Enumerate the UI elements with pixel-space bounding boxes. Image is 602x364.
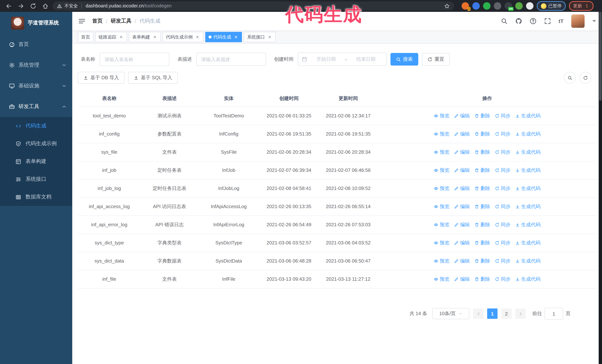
font-size-icon[interactable]: tT [559, 18, 563, 24]
action-生成代码[interactable]: 生成代码 [515, 275, 540, 283]
table-desc-input[interactable] [196, 52, 266, 66]
action-编辑[interactable]: 编辑 [454, 112, 470, 120]
app-logo[interactable]: 芋道管理系统 [0, 12, 72, 34]
action-删除[interactable]: 删除 [474, 167, 490, 174]
refresh-table-button[interactable] [580, 72, 591, 84]
action-删除[interactable]: 删除 [474, 275, 490, 283]
action-编辑[interactable]: 编辑 [454, 203, 470, 210]
action-删除[interactable]: 删除 [474, 130, 490, 138]
action-预览[interactable]: 预览 [434, 203, 449, 210]
fullscreen-icon[interactable] [544, 18, 551, 24]
action-同步[interactable]: 同步 [495, 239, 510, 247]
action-删除[interactable]: 删除 [474, 239, 490, 247]
prev-page-button[interactable] [473, 308, 484, 319]
sidebar-subitem-表单构建[interactable]: 表单构建 [0, 153, 72, 170]
sidebar-item-首页[interactable]: 首页 [0, 34, 72, 55]
sidebar-subitem-代码生成[interactable]: 代码生成 [0, 117, 72, 135]
action-预览[interactable]: 预览 [434, 130, 449, 138]
page-number-button[interactable]: 2 [501, 308, 512, 319]
action-生成代码[interactable]: 生成代码 [515, 239, 540, 247]
action-生成代码[interactable]: 生成代码 [515, 112, 540, 120]
user-avatar[interactable] [571, 14, 585, 28]
close-icon[interactable]: ✕ [233, 34, 239, 40]
action-编辑[interactable]: 编辑 [454, 257, 470, 265]
date-range-picker[interactable]: 开始日期 - 结束日期 [298, 52, 387, 66]
help-icon[interactable] [530, 18, 537, 24]
action-生成代码[interactable]: 生成代码 [515, 167, 540, 174]
action-生成代码[interactable]: 生成代码 [515, 257, 540, 265]
action-预览[interactable]: 预览 [434, 167, 449, 174]
tab-系统接口[interactable]: 系统接口 ✕ [244, 32, 276, 42]
action-预览[interactable]: 预览 [434, 112, 449, 120]
action-预览[interactable]: 预览 [434, 221, 449, 229]
gem-extension-icon[interactable] [472, 2, 480, 10]
action-删除[interactable]: 删除 [474, 203, 490, 210]
sliders-extension-icon[interactable] [494, 2, 501, 10]
browser-update-button[interactable]: 更新 ⋮ [569, 1, 593, 11]
action-预览[interactable]: 预览 [434, 257, 449, 265]
github-icon[interactable] [515, 18, 522, 24]
breadcrumb-dev-tools[interactable]: 研发工具 [111, 18, 131, 24]
sync-arrows-extension-icon[interactable]: 1 [462, 2, 469, 10]
tab-首页[interactable]: 首页 [78, 32, 93, 42]
action-编辑[interactable]: 编辑 [454, 130, 470, 138]
search-button[interactable]: 搜索 [390, 53, 418, 65]
browser-reload-icon[interactable] [30, 3, 36, 9]
sidebar-subitem-数据库文档[interactable]: 数据库文档 [0, 188, 72, 206]
action-生成代码[interactable]: 生成代码 [515, 221, 540, 229]
action-同步[interactable]: 同步 [495, 130, 510, 138]
browser-home-icon[interactable] [42, 3, 49, 9]
pinwheel-extension-icon[interactable] [526, 2, 533, 10]
sidebar-subitem-代码生成示例[interactable]: 代码生成示例 [0, 135, 72, 153]
action-删除[interactable]: 删除 [474, 221, 490, 229]
action-同步[interactable]: 同步 [495, 221, 510, 229]
close-icon[interactable]: ✕ [118, 34, 124, 40]
kebab-menu-icon[interactable]: ⋮ [585, 3, 589, 9]
browser-forward-icon[interactable] [18, 3, 24, 9]
action-编辑[interactable]: 编辑 [454, 167, 470, 174]
next-page-button[interactable] [515, 308, 526, 319]
toggle-search-button[interactable] [564, 72, 576, 84]
action-预览[interactable]: 预览 [434, 275, 449, 283]
action-生成代码[interactable]: 生成代码 [515, 203, 540, 210]
tab-代码生成[interactable]: 代码生成 ✕ [205, 32, 242, 42]
action-编辑[interactable]: 编辑 [454, 239, 470, 247]
breadcrumb-home[interactable]: 首页 [92, 18, 103, 24]
tab-代码生成示例[interactable]: 代码生成示例 ✕ [163, 32, 203, 42]
tab-链路追踪[interactable]: 链路追踪 ✕ [95, 32, 127, 42]
bird-extension-icon[interactable] [515, 2, 523, 10]
action-删除[interactable]: 删除 [474, 257, 490, 265]
action-同步[interactable]: 同步 [495, 257, 510, 265]
action-生成代码[interactable]: 生成代码 [515, 148, 540, 156]
action-编辑[interactable]: 编辑 [454, 275, 470, 283]
close-icon[interactable]: ✕ [195, 34, 200, 40]
action-编辑[interactable]: 编辑 [454, 148, 470, 156]
bookmark-star-icon[interactable] [444, 3, 450, 9]
tab-表单构建[interactable]: 表单构建 ✕ [129, 32, 161, 42]
action-生成代码[interactable]: 生成代码 [515, 130, 540, 138]
paused-extension-badge[interactable]: 已暂停 [537, 1, 566, 11]
import-db-button[interactable]: 基于 DB 导入 [78, 72, 125, 84]
action-预览[interactable]: 预览 [434, 148, 449, 156]
action-删除[interactable]: 删除 [474, 112, 490, 120]
action-编辑[interactable]: 编辑 [454, 221, 470, 229]
browser-back-icon[interactable] [6, 3, 12, 9]
address-bar[interactable]: 不安全 dashboard.yudao.iocoder.cn/tool/code… [53, 1, 454, 10]
action-删除[interactable]: 删除 [474, 185, 490, 192]
close-icon[interactable]: ✕ [152, 34, 157, 40]
action-同步[interactable]: 同步 [495, 275, 510, 283]
search-icon[interactable] [501, 18, 507, 24]
action-同步[interactable]: 同步 [495, 185, 510, 192]
action-同步[interactable]: 同步 [495, 167, 510, 174]
sidebar-item-基础设施[interactable]: 基础设施 [0, 75, 72, 96]
action-编辑[interactable]: 编辑 [454, 185, 470, 192]
action-删除[interactable]: 删除 [474, 148, 490, 156]
sidebar-subitem-系统接口[interactable]: 系统接口 [0, 170, 72, 188]
page-number-button[interactable]: 1 [487, 308, 497, 319]
shield-check-extension-icon[interactable] [483, 2, 491, 10]
action-预览[interactable]: 预览 [434, 239, 449, 247]
table-name-input[interactable] [100, 52, 169, 66]
browser-scrollbar[interactable] [599, 12, 602, 364]
action-同步[interactable]: 同步 [495, 112, 510, 120]
action-同步[interactable]: 同步 [495, 148, 510, 156]
